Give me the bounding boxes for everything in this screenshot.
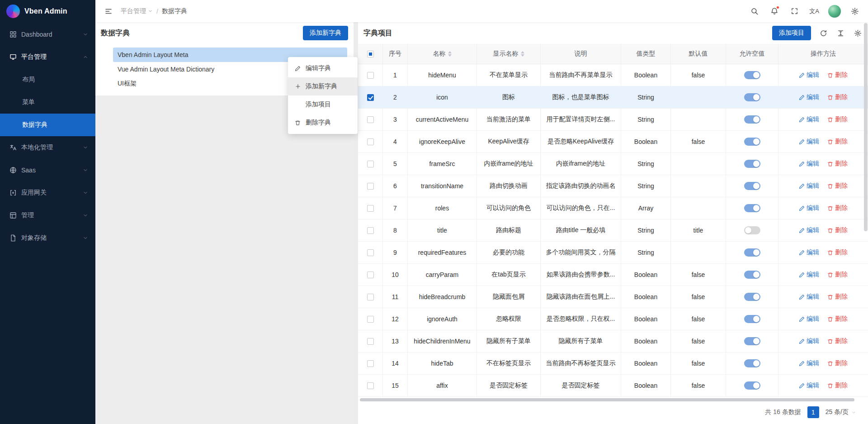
refresh-icon[interactable] <box>818 28 828 38</box>
nullable-toggle[interactable] <box>744 359 760 367</box>
translate-icon[interactable]: 文A <box>808 5 820 17</box>
sort-carets[interactable] <box>521 51 524 57</box>
app-logo[interactable]: Vben Admin <box>0 0 95 22</box>
delete-link[interactable]: 删除 <box>827 315 848 323</box>
edit-link[interactable]: 编辑 <box>799 381 819 390</box>
context-menu-item[interactable]: 添加新字典 <box>288 77 358 95</box>
row-checkbox[interactable] <box>367 360 374 367</box>
delete-link[interactable]: 删除 <box>827 226 848 234</box>
fullscreen-icon[interactable] <box>788 5 800 17</box>
delete-link[interactable]: 删除 <box>827 182 848 190</box>
edit-link[interactable]: 编辑 <box>799 93 819 101</box>
delete-link[interactable]: 删除 <box>827 271 848 279</box>
gateway-icon <box>9 189 17 196</box>
delete-link[interactable]: 删除 <box>827 293 848 301</box>
table-toolbar: 添加项目 <box>772 26 863 40</box>
menu-collapse-icon[interactable] <box>103 5 114 17</box>
row-checkbox[interactable] <box>367 382 374 389</box>
row-checkbox[interactable] <box>367 183 374 190</box>
sidebar-item-layout[interactable]: 布局 <box>0 68 95 91</box>
nullable-toggle[interactable] <box>744 160 760 168</box>
delete-link[interactable]: 删除 <box>827 204 848 212</box>
delete-link[interactable]: 删除 <box>827 359 848 367</box>
user-avatar[interactable] <box>828 5 841 18</box>
horizontal-scrollbar[interactable] <box>360 398 854 401</box>
sidebar-item-menu[interactable]: 菜单 <box>0 91 95 114</box>
context-menu-item[interactable]: 添加项目 <box>288 95 358 114</box>
context-menu-item[interactable]: 编辑字典 <box>288 59 358 77</box>
row-height-icon[interactable] <box>835 28 845 38</box>
column-header-name[interactable]: 名称 <box>408 44 477 64</box>
nullable-toggle[interactable] <box>744 248 760 257</box>
vertical-scrollbar[interactable] <box>864 23 868 422</box>
nullable-toggle[interactable] <box>744 71 760 79</box>
row-checkbox[interactable] <box>367 94 374 101</box>
add-item-button[interactable]: 添加项目 <box>772 26 811 40</box>
edit-link[interactable]: 编辑 <box>799 359 819 367</box>
nullable-toggle[interactable] <box>744 138 760 146</box>
nullable-toggle[interactable] <box>744 226 760 234</box>
nullable-toggle[interactable] <box>744 271 760 279</box>
sidebar-item-object-storage[interactable]: 对象存储 <box>0 227 95 249</box>
nullable-toggle[interactable] <box>744 204 760 212</box>
sidebar-item-dashboard[interactable]: Dashboard <box>0 23 95 46</box>
row-checkbox[interactable] <box>367 205 374 212</box>
sidebar-item-data-dictionary[interactable]: 数据字典 <box>0 114 95 136</box>
edit-link[interactable]: 编辑 <box>799 71 819 79</box>
edit-link[interactable]: 编辑 <box>799 226 819 234</box>
row-checkbox[interactable] <box>367 338 374 345</box>
edit-link[interactable]: 编辑 <box>799 271 819 279</box>
delete-link[interactable]: 删除 <box>827 160 848 168</box>
row-checkbox[interactable] <box>367 72 374 79</box>
nullable-toggle[interactable] <box>744 93 760 101</box>
row-checkbox[interactable] <box>367 138 374 145</box>
row-checkbox[interactable] <box>367 227 374 234</box>
sidebar-item-app-gateway[interactable]: 应用网关 <box>0 181 95 204</box>
delete-link[interactable]: 删除 <box>827 115 848 124</box>
sidebar-item-platform-management[interactable]: 平台管理 <box>0 46 95 68</box>
edit-link[interactable]: 编辑 <box>799 160 819 168</box>
row-checkbox[interactable] <box>367 316 374 323</box>
nullable-toggle[interactable] <box>744 381 760 390</box>
edit-link[interactable]: 编辑 <box>799 138 819 146</box>
vertical-scrollbar-thumb[interactable] <box>864 23 868 231</box>
breadcrumb-section[interactable]: 平台管理 <box>121 7 153 15</box>
select-all-checkbox[interactable] <box>367 51 374 57</box>
edit-link[interactable]: 编辑 <box>799 115 819 124</box>
nullable-toggle[interactable] <box>744 337 760 345</box>
edit-link[interactable]: 编辑 <box>799 315 819 323</box>
delete-link[interactable]: 删除 <box>827 93 848 101</box>
delete-link[interactable]: 删除 <box>827 337 848 345</box>
settings-gear-icon[interactable] <box>849 5 861 17</box>
row-checkbox[interactable] <box>367 116 374 123</box>
page-number-button[interactable]: 1 <box>807 406 819 418</box>
delete-link[interactable]: 删除 <box>827 248 848 257</box>
context-menu-item[interactable]: 删除字典 <box>288 114 358 132</box>
table-settings-gear-icon[interactable] <box>853 28 863 38</box>
edit-link[interactable]: 编辑 <box>799 204 819 212</box>
delete-link[interactable]: 删除 <box>827 381 848 390</box>
row-checkbox[interactable] <box>367 272 374 278</box>
notification-bell-icon[interactable] <box>769 5 780 17</box>
column-header-display-name[interactable]: 显示名称 <box>477 44 541 64</box>
row-checkbox[interactable] <box>367 249 374 256</box>
row-checkbox[interactable] <box>367 161 374 167</box>
delete-link[interactable]: 删除 <box>827 138 848 146</box>
nullable-toggle[interactable] <box>744 182 760 190</box>
add-dictionary-button[interactable]: 添加新字典 <box>303 26 348 40</box>
sidebar-item-saas[interactable]: Saas <box>0 159 95 181</box>
nullable-toggle[interactable] <box>744 315 760 323</box>
edit-link[interactable]: 编辑 <box>799 337 819 345</box>
row-checkbox[interactable] <box>367 294 374 300</box>
edit-link[interactable]: 编辑 <box>799 293 819 301</box>
nullable-toggle[interactable] <box>744 115 760 124</box>
delete-link[interactable]: 删除 <box>827 71 848 79</box>
sort-carets[interactable] <box>448 51 452 57</box>
edit-link[interactable]: 编辑 <box>799 182 819 190</box>
nullable-toggle[interactable] <box>744 293 760 301</box>
search-icon[interactable] <box>749 5 760 17</box>
page-size-select[interactable]: 25 条/页 <box>826 408 856 416</box>
sidebar-item-localization[interactable]: 本地化管理 <box>0 136 95 159</box>
sidebar-item-management[interactable]: 管理 <box>0 204 95 227</box>
edit-link[interactable]: 编辑 <box>799 248 819 257</box>
